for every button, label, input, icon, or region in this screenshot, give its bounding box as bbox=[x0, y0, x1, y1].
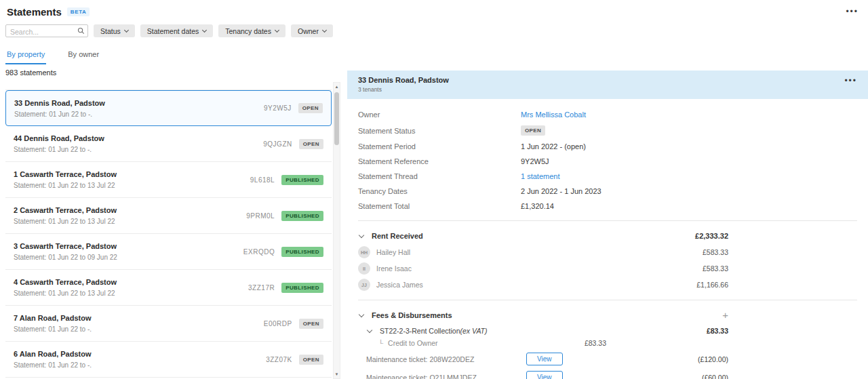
search-input[interactable] bbox=[6, 26, 87, 38]
tenant-row: JJ Jessica James £1,166.66 bbox=[358, 277, 728, 293]
statement-reference: 9QJGZN bbox=[263, 140, 292, 148]
statement-dates: Statement: 01 Jun 22 to -. bbox=[14, 146, 104, 153]
statement-dates: Statement: 01 Jun 22 to -. bbox=[14, 361, 92, 369]
statement-address: 44 Dennis Road, Padstow bbox=[14, 134, 104, 142]
statement-count: 983 statements bbox=[5, 68, 56, 77]
field-row-status: Statement Status OPEN bbox=[358, 122, 857, 139]
tenant-amount: £583.33 bbox=[703, 248, 728, 256]
tenant-name: Jessica James bbox=[376, 281, 423, 289]
statement-address: 33 Dennis Road, Padstow bbox=[14, 99, 105, 107]
list-item[interactable]: 44 Dennis Road, Padstow Statement: 01 Ju… bbox=[5, 126, 332, 162]
statement-address: 2 Caswarth Terrace, Padstow bbox=[14, 206, 117, 214]
field-label: Tenancy Dates bbox=[358, 187, 521, 195]
corner-branch-icon: └ bbox=[378, 340, 383, 347]
tenancy-dates-filter-button[interactable]: Tenancy dates bbox=[218, 24, 285, 37]
chevron-down-icon[interactable] bbox=[359, 311, 364, 317]
list-item[interactable]: 7 Alan Road, Padstow Statement: 01 Jun 2… bbox=[5, 306, 332, 342]
tenant-row: II Irene Isaac £583.33 bbox=[358, 260, 728, 277]
status-filter-label: Status bbox=[100, 27, 121, 35]
page-menu-ellipsis-icon[interactable]: ••• bbox=[846, 7, 859, 16]
scroll-up-icon[interactable]: ▲ bbox=[334, 83, 340, 91]
credit-to-owner-row: └ Credit to Owner £83.33 bbox=[358, 338, 728, 350]
field-label: Statement Total bbox=[358, 202, 521, 210]
chevron-down-icon bbox=[322, 27, 327, 32]
ticket-amount: (£120.00) bbox=[698, 355, 728, 363]
detail-header: 33 Dennis Road, Padstow 3 tenants ••• bbox=[347, 71, 868, 99]
fee-name: ST22-2-3-Rent Collection bbox=[380, 327, 460, 335]
rent-section-title: Rent Received bbox=[372, 232, 423, 240]
statement-detail-pane: 33 Dennis Road, Padstow 3 tenants ••• Ow… bbox=[347, 71, 868, 379]
scrollbar-thumb[interactable] bbox=[334, 92, 339, 145]
statement-reference: E00RDP bbox=[264, 320, 292, 327]
statement-address: 6 Alan Road, Padstow bbox=[14, 350, 92, 358]
fee-item-row: ST22-2-3-Rent Collection (ex VAT) £83.33 bbox=[358, 323, 728, 338]
statement-dates: Statement: 01 Jun 22 to 13 Jul 22 bbox=[14, 182, 117, 189]
fee-amount: £83.33 bbox=[707, 327, 728, 335]
list-scrollbar[interactable]: ▲ ▼ bbox=[333, 82, 340, 379]
status-badge: OPEN bbox=[521, 125, 545, 136]
statement-reference: 9PRM0L bbox=[246, 212, 275, 220]
detail-menu-ellipsis-icon[interactable]: ••• bbox=[844, 76, 857, 85]
list-item[interactable]: 3 Caswarth Terrace, Padstow Statement: 0… bbox=[5, 234, 332, 270]
statement-list-pane: 33 Dennis Road, Padstow Statement: 01 Ju… bbox=[5, 80, 340, 379]
view-ticket-button[interactable]: View bbox=[526, 353, 563, 365]
beta-badge: BETA bbox=[67, 7, 90, 16]
statement-thread-link[interactable]: 1 statement bbox=[521, 172, 559, 180]
statement-dates: Statement: 01 Jun 22 to 13 Jul 22 bbox=[14, 290, 117, 297]
search-icon bbox=[77, 27, 85, 35]
fees-section-header: Fees & Disbursements + bbox=[358, 307, 728, 323]
field-value: 2 Jun 2022 - 1 Jun 2023 bbox=[521, 187, 601, 195]
statement-address: 3 Caswarth Terrace, Padstow bbox=[14, 242, 117, 250]
rent-section-total: £2,333.32 bbox=[695, 232, 728, 240]
partial-scrolled-row bbox=[5, 80, 332, 90]
statement-address: 7 Alan Road, Padstow bbox=[14, 314, 92, 322]
field-row-total: Statement Total £1,320.14 bbox=[358, 199, 857, 214]
view-ticket-button[interactable]: View bbox=[526, 371, 563, 379]
status-badge: PUBLISHED bbox=[281, 211, 323, 221]
topbar: Statements BETA ••• bbox=[0, 0, 868, 23]
tenant-name: Irene Isaac bbox=[376, 264, 412, 273]
status-badge: OPEN bbox=[299, 139, 323, 149]
tab-by-property[interactable]: By property bbox=[5, 46, 46, 64]
statement-reference: 9Y2W5J bbox=[264, 104, 292, 112]
field-value: 1 Jun 2022 - (open) bbox=[521, 142, 586, 151]
detail-title: 33 Dennis Road, Padstow bbox=[358, 76, 449, 84]
divider bbox=[358, 220, 857, 221]
statement-dates-filter-label: Statement dates bbox=[147, 27, 199, 35]
chevron-down-icon bbox=[275, 27, 279, 32]
statement-address: 1 Caswarth Terrace, Padstow bbox=[14, 170, 117, 178]
scroll-down-icon[interactable]: ▼ bbox=[334, 370, 340, 378]
statement-dates-filter-button[interactable]: Statement dates bbox=[140, 24, 213, 37]
search-box bbox=[5, 24, 88, 37]
ticket-label: Maintenance ticket: 208W220DEZ bbox=[366, 355, 526, 363]
tenant-name: Hailey Hall bbox=[376, 248, 410, 256]
statement-list: 33 Dennis Road, Padstow Statement: 01 Ju… bbox=[5, 80, 332, 378]
field-row-period: Statement Period 1 Jun 2022 - (open) bbox=[358, 139, 857, 154]
field-label: Statement Status bbox=[358, 127, 521, 135]
list-item[interactable]: 2 Caswarth Terrace, Padstow Statement: 0… bbox=[5, 198, 332, 234]
chevron-down-icon[interactable] bbox=[367, 327, 372, 332]
rent-received-section: Rent Received £2,333.32 HH Hailey Hall £… bbox=[358, 228, 857, 293]
owner-link[interactable]: Mrs Mellissa Cobalt bbox=[521, 111, 586, 119]
field-value: £1,320.14 bbox=[521, 202, 554, 210]
credit-amount: £83.33 bbox=[585, 339, 606, 347]
status-filter-button[interactable]: Status bbox=[94, 24, 135, 37]
statement-reference: 9L618L bbox=[250, 176, 275, 184]
list-item[interactable]: 6 Alan Road, Padstow Statement: 01 Jun 2… bbox=[5, 342, 332, 378]
tenant-amount: £583.33 bbox=[703, 264, 728, 273]
status-badge: OPEN bbox=[299, 319, 323, 329]
owner-filter-button[interactable]: Owner bbox=[291, 24, 333, 37]
maintenance-ticket-row: Maintenance ticket: O21LMMJDEZ View (£60… bbox=[358, 368, 728, 379]
list-item[interactable]: 33 Dennis Road, Padstow Statement: 01 Ju… bbox=[5, 90, 332, 126]
tab-by-owner[interactable]: By owner bbox=[66, 46, 100, 64]
owner-filter-label: Owner bbox=[298, 27, 319, 35]
list-item[interactable]: 4 Caswarth Terrace, Padstow Statement: 0… bbox=[5, 270, 332, 306]
field-row-owner: Owner Mrs Mellissa Cobalt bbox=[358, 107, 857, 122]
add-fee-plus-icon[interactable]: + bbox=[722, 311, 728, 319]
list-item[interactable]: 1 Caswarth Terrace, Padstow Statement: 0… bbox=[5, 162, 332, 198]
statement-dates: Statement: 01 Jun 22 to 13 Jul 22 bbox=[14, 218, 117, 225]
ticket-label: Maintenance ticket: O21LMMJDEZ bbox=[366, 374, 526, 379]
page-title: Statements bbox=[7, 6, 62, 18]
chevron-down-icon[interactable] bbox=[359, 232, 364, 237]
rent-section-header: Rent Received £2,333.32 bbox=[358, 228, 728, 244]
